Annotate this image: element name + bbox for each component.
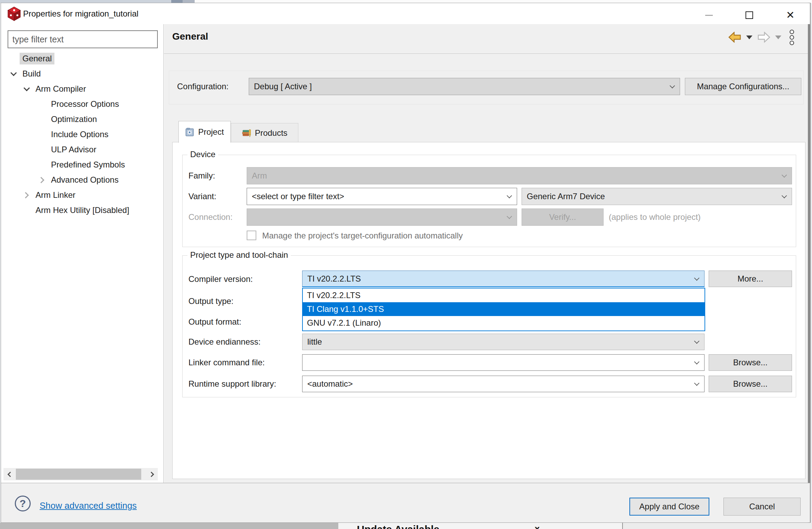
sidebar: General Build Arm Compiler Processor Opt… <box>1 24 164 483</box>
endianness-label: Device endianness: <box>188 337 260 347</box>
auto-manage-label: Manage the project's target-configuratio… <box>262 231 463 241</box>
manage-configurations-button[interactable]: Manage Configurations... <box>685 78 801 95</box>
connection-combo <box>247 208 517 226</box>
tree-item-arm-hex-utility[interactable]: Arm Hex Utility [Disabled] <box>1 203 163 218</box>
family-combo: Arm <box>247 167 792 184</box>
chevron-down-icon[interactable] <box>20 83 33 95</box>
tree-item-ulp-advisor[interactable]: ULP Advisor <box>1 142 163 157</box>
products-tab-icon <box>242 128 251 138</box>
cancel-button[interactable]: Cancel <box>723 498 801 516</box>
minimize-button[interactable] <box>698 8 720 22</box>
tree-item-build[interactable]: Build <box>1 66 163 81</box>
dropdown-option-highlighted[interactable]: TI Clang v1.1.0+STS <box>303 302 705 316</box>
project-tab-icon <box>185 128 195 137</box>
linker-browse-button[interactable]: Browse... <box>709 354 792 371</box>
scrollbar-thumb[interactable] <box>16 469 141 480</box>
tree-item-arm-compiler[interactable]: Arm Compiler <box>1 81 163 96</box>
tree-item-predefined-symbols[interactable]: Predefined Symbols <box>1 157 163 172</box>
help-icon[interactable]: ? <box>15 496 31 511</box>
notification-close-icon[interactable]: x <box>535 523 539 529</box>
properties-tree: General Build Arm Compiler Processor Opt… <box>1 51 163 218</box>
linker-command-file-label: Linker command file: <box>188 358 265 367</box>
app-icon <box>8 7 21 21</box>
chevron-down-icon <box>694 275 700 281</box>
chevron-down-icon <box>670 83 675 89</box>
back-button[interactable] <box>728 32 741 43</box>
close-button[interactable]: ✕ <box>779 8 802 22</box>
tree-item-processor-options[interactable]: Processor Options <box>1 96 163 112</box>
chevron-down-icon <box>507 214 512 219</box>
window-title: Properties for migration_tutorial <box>23 9 138 19</box>
linker-command-file-combo[interactable] <box>302 354 705 371</box>
output-format-label: Output format: <box>188 317 241 327</box>
tree-item-arm-linker[interactable]: Arm Linker <box>1 187 163 203</box>
chevron-down-icon <box>694 338 700 344</box>
variant-label: Variant: <box>188 192 216 201</box>
configuration-combo[interactable]: Debug [ Active ] <box>249 78 680 95</box>
view-menu-icon[interactable] <box>790 30 794 45</box>
maximize-icon <box>746 11 753 19</box>
more-button[interactable]: More... <box>709 271 792 287</box>
runtime-library-label: Runtime support library: <box>188 379 276 389</box>
chevron-right-icon[interactable] <box>20 189 33 201</box>
chevron-down-icon <box>782 172 787 178</box>
tree-item-optimization[interactable]: Optimization <box>1 112 163 127</box>
back-history-dropdown-icon[interactable] <box>746 35 752 39</box>
device-legend: Device <box>187 150 218 159</box>
tree-item-advanced-options[interactable]: Advanced Options <box>1 172 163 187</box>
variant-device-combo[interactable]: Generic Arm7 Device <box>522 188 792 205</box>
verify-button: Verify... <box>522 208 604 226</box>
dropdown-option[interactable]: GNU v7.2.1 (Linaro) <box>303 316 705 330</box>
show-advanced-settings-link[interactable]: Show advanced settings <box>40 500 137 511</box>
endianness-combo[interactable]: little <box>302 334 705 350</box>
notification-title: Update Available <box>357 523 440 529</box>
tree-item-general[interactable]: General <box>1 51 163 66</box>
chevron-down-icon[interactable] <box>7 68 20 80</box>
variant-filter-combo[interactable]: <select or type filter text> <box>247 188 517 205</box>
project-tab-page: Device Family: Arm Variant: <select or t… <box>172 142 805 479</box>
header-divider <box>164 53 808 54</box>
chevron-down-icon <box>694 380 700 386</box>
background-notification-strip: Update Available x <box>0 523 812 529</box>
apply-and-close-button[interactable]: Apply and Close <box>629 498 709 516</box>
output-type-label: Output type: <box>188 296 234 306</box>
close-icon: ✕ <box>786 10 794 20</box>
chevron-right-icon[interactable] <box>36 174 48 186</box>
connection-note: (applies to whole project) <box>609 212 701 222</box>
screen: Update Available x Properties for migrat… <box>0 0 812 529</box>
history-navbar <box>728 30 794 44</box>
chevron-down-icon <box>694 359 700 365</box>
configuration-label: Configuration: <box>177 82 228 91</box>
chevron-down-icon <box>507 193 512 199</box>
window-edge-shadow <box>808 3 811 523</box>
dialog-footer: ? Show advanced settings Apply and Close… <box>1 483 810 522</box>
runtime-browse-button[interactable]: Browse... <box>709 376 792 392</box>
filter-input[interactable] <box>8 30 158 48</box>
runtime-library-combo[interactable]: <automatic> <box>302 376 705 392</box>
dropdown-option[interactable]: TI v20.2.2.LTS <box>303 288 705 302</box>
forward-button[interactable] <box>757 32 770 43</box>
scrollbar-track[interactable] <box>15 468 146 480</box>
tree-item-include-options[interactable]: Include Options <box>1 127 163 142</box>
tab-products[interactable]: Products <box>231 123 298 142</box>
family-label: Family: <box>188 171 215 181</box>
titlebar: Properties for migration_tutorial ✕ <box>1 3 810 24</box>
compiler-version-label: Compiler version: <box>188 274 253 284</box>
compiler-version-dropdown-list: TI v20.2.2.LTS TI Clang v1.1.0+STS GNU v… <box>302 288 705 331</box>
tab-project[interactable]: Project <box>178 121 231 143</box>
compiler-version-combo[interactable]: TI v20.2.2.LTS <box>302 271 705 287</box>
horizontal-scrollbar[interactable] <box>3 468 158 480</box>
scroll-right-icon[interactable] <box>146 468 158 480</box>
toolchain-legend: Project type and tool-chain <box>187 250 291 260</box>
forward-history-dropdown-icon[interactable] <box>775 35 781 39</box>
auto-manage-checkbox[interactable] <box>247 231 256 240</box>
scroll-left-icon[interactable] <box>3 468 15 480</box>
page-title: General <box>172 31 208 42</box>
maximize-button[interactable] <box>738 8 761 22</box>
chevron-down-icon <box>782 193 787 199</box>
minimize-icon <box>705 15 713 16</box>
main-pane: General Configuration: Debug [ Active ] <box>164 24 808 483</box>
connection-label: Connection: <box>188 212 233 222</box>
